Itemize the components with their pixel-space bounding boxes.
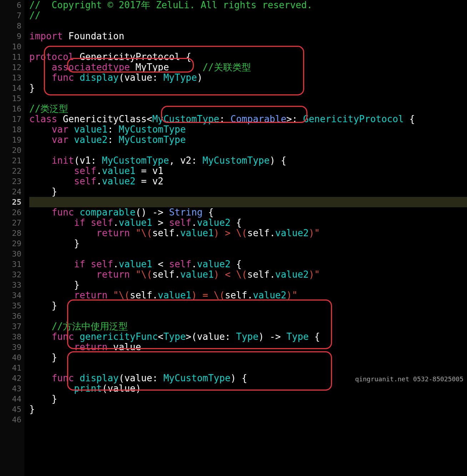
line-number: 25 bbox=[0, 197, 21, 207]
code-line[interactable]: } bbox=[29, 238, 467, 249]
code-token: { bbox=[231, 259, 242, 269]
line-number: 42 bbox=[0, 373, 21, 383]
code-token: return bbox=[96, 228, 130, 238]
code-token: } bbox=[29, 238, 80, 249]
code-line[interactable]: } bbox=[29, 187, 467, 197]
code-line[interactable]: associatedtype MyType //关联类型 bbox=[29, 62, 467, 73]
code-token: )" bbox=[286, 290, 297, 301]
code-token bbox=[29, 217, 74, 228]
code-token: . bbox=[96, 165, 102, 176]
code-token: class bbox=[29, 114, 57, 124]
code-token bbox=[29, 197, 52, 207]
code-token: self bbox=[91, 217, 113, 228]
code-token bbox=[74, 331, 80, 342]
code-line[interactable]: func display(value: MyType) bbox=[29, 73, 467, 83]
code-line[interactable] bbox=[29, 21, 467, 31]
code-token: . bbox=[191, 259, 197, 269]
code-token bbox=[69, 134, 74, 145]
code-token: self bbox=[169, 259, 191, 269]
code-token bbox=[29, 62, 52, 73]
code-line[interactable]: var value2: MyCustomType bbox=[29, 135, 467, 145]
code-token: if bbox=[74, 217, 85, 228]
code-token: print bbox=[74, 383, 102, 394]
code-line[interactable]: return "\(self.value1) < \(self.value2)" bbox=[29, 269, 467, 280]
code-token: MyCustomType bbox=[119, 134, 186, 145]
line-number: 15 bbox=[0, 93, 21, 104]
code-token: } bbox=[29, 83, 35, 93]
code-token bbox=[85, 217, 91, 228]
code-token: var bbox=[52, 124, 69, 135]
code-line[interactable] bbox=[29, 93, 467, 104]
code-line[interactable]: func display(value: MyCustomType) { bbox=[29, 373, 467, 383]
code-line[interactable]: } bbox=[29, 404, 467, 415]
code-token: = v1 bbox=[135, 165, 163, 176]
code-line[interactable] bbox=[29, 249, 467, 259]
line-number: 39 bbox=[0, 342, 21, 352]
code-line[interactable] bbox=[29, 415, 467, 425]
code-token: GenericityProtocol { bbox=[74, 51, 191, 62]
code-line[interactable]: } bbox=[29, 280, 467, 290]
code-line[interactable]: import Foundation bbox=[29, 31, 467, 41]
line-number: 14 bbox=[0, 83, 21, 93]
code-line[interactable]: self.value2 = v2 bbox=[29, 176, 467, 187]
code-line[interactable]: } bbox=[29, 394, 467, 404]
code-line[interactable]: return "\(self.value1) = \(self.value2)" bbox=[29, 290, 467, 301]
code-token: ) { bbox=[231, 373, 247, 383]
code-token: associatedtype bbox=[52, 62, 130, 73]
code-line[interactable]: if self.value1 > self.value2 { bbox=[29, 218, 467, 228]
code-line[interactable]: class GenericityClass<MyCustomType: Comp… bbox=[29, 114, 467, 124]
code-area[interactable]: // Copyright © 2017年 ZeluLi. All rights … bbox=[24, 0, 467, 476]
code-line[interactable]: // Copyright © 2017年 ZeluLi. All rights … bbox=[29, 0, 467, 10]
code-line[interactable]: if self.value1 < self.value2 { bbox=[29, 259, 467, 269]
code-line[interactable]: protocol GenericityProtocol { bbox=[29, 52, 467, 62]
code-line[interactable] bbox=[29, 363, 467, 373]
code-token: (value) bbox=[102, 383, 141, 394]
code-token: , v2: bbox=[169, 155, 202, 166]
code-token: ) -> bbox=[258, 331, 286, 342]
code-token: self. bbox=[130, 290, 158, 301]
code-token: if bbox=[74, 259, 85, 269]
line-number: 28 bbox=[0, 228, 21, 238]
code-line[interactable]: var value1: MyCustomType bbox=[29, 124, 467, 135]
code-line[interactable]: //类泛型 bbox=[29, 104, 467, 114]
code-token bbox=[74, 373, 80, 383]
code-line[interactable] bbox=[29, 41, 467, 52]
line-number: 44 bbox=[0, 394, 21, 404]
code-line[interactable]: init(v1: MyCustomType, v2: MyCustomType)… bbox=[29, 155, 467, 166]
code-token: self. bbox=[225, 290, 253, 301]
code-line[interactable]: } bbox=[29, 352, 467, 363]
code-token: >(value: bbox=[186, 331, 236, 342]
code-line[interactable]: self.value1 = v1 bbox=[29, 166, 467, 176]
code-line[interactable] bbox=[29, 311, 467, 321]
code-line[interactable] bbox=[29, 145, 467, 155]
code-token: . bbox=[113, 259, 119, 269]
code-token: } bbox=[29, 300, 57, 311]
line-number: 34 bbox=[0, 290, 21, 301]
code-token: value1 bbox=[119, 217, 152, 228]
line-number: 40 bbox=[0, 352, 21, 363]
code-editor[interactable]: 6789101112131415161718192021222324252627… bbox=[0, 0, 467, 476]
code-line[interactable]: return value bbox=[29, 342, 467, 352]
code-token: Type bbox=[236, 331, 258, 342]
code-line[interactable]: func genericityFunc<Type>(value: Type) -… bbox=[29, 332, 467, 342]
code-line[interactable]: // bbox=[29, 10, 467, 21]
line-number: 33 bbox=[0, 280, 21, 290]
line-number: 24 bbox=[0, 187, 21, 197]
line-number: 18 bbox=[0, 124, 21, 135]
code-token: comparable bbox=[80, 207, 136, 218]
code-token bbox=[85, 259, 91, 269]
code-line[interactable]: } bbox=[29, 83, 467, 93]
code-token: )" bbox=[309, 269, 320, 280]
line-number: 20 bbox=[0, 145, 21, 155]
code-token: ) > \( bbox=[214, 228, 247, 238]
code-token: "\( bbox=[135, 269, 152, 280]
code-line[interactable]: print(value) bbox=[29, 383, 467, 394]
code-line[interactable] bbox=[29, 197, 467, 207]
code-token: GenericityClass< bbox=[57, 114, 152, 124]
code-token: > bbox=[152, 217, 169, 228]
code-token: : bbox=[107, 134, 119, 145]
code-line[interactable]: } bbox=[29, 301, 467, 311]
code-line[interactable]: func comparable() -> String { bbox=[29, 207, 467, 218]
code-line[interactable]: return "\(self.value1) > \(self.value2)" bbox=[29, 228, 467, 238]
code-line[interactable]: //方法中使用泛型 bbox=[29, 321, 467, 332]
